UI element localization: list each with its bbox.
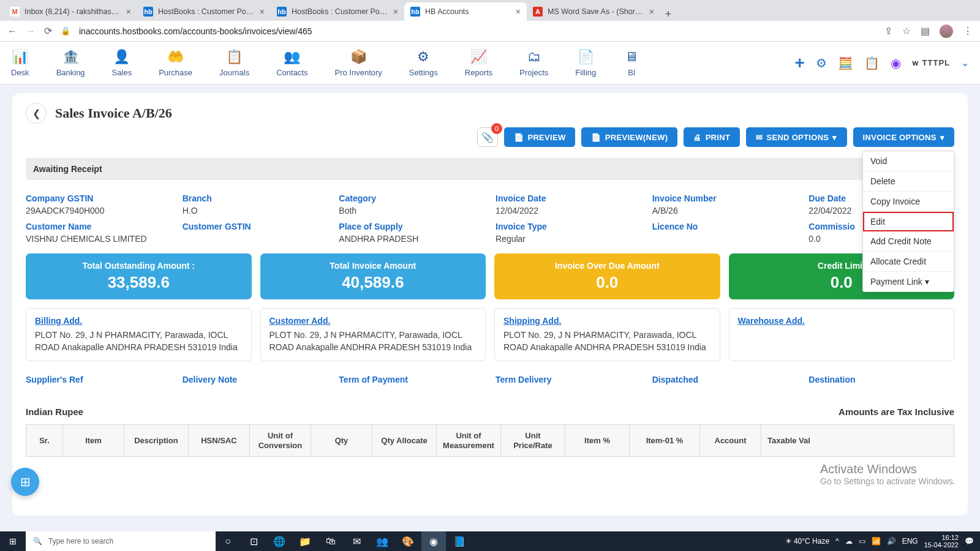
back-button[interactable]: ❮	[26, 103, 47, 124]
tab-close-icon[interactable]: ×	[126, 7, 131, 17]
dropdown-item[interactable]: Payment Link ▾	[863, 272, 954, 291]
column-header[interactable]: Unit Price/Rate	[501, 425, 565, 456]
attachment-button[interactable]: 📎0	[477, 127, 498, 147]
mail-icon[interactable]: ✉	[344, 531, 369, 551]
info-field: BranchH.O	[183, 193, 328, 216]
bookmark-star-icon[interactable]: ☆	[902, 25, 911, 37]
nav-reports[interactable]: 📈Reports	[465, 48, 493, 77]
wifi-icon[interactable]: 📶	[872, 537, 881, 545]
explorer-icon[interactable]: 📁	[293, 531, 317, 551]
send-options-button[interactable]: ✉ SEND OPTIONS ▾	[746, 127, 846, 147]
chrome-icon[interactable]: ◉	[421, 531, 446, 551]
tab-close-icon[interactable]: ×	[260, 7, 265, 17]
browser-tab[interactable]: hbHostBooks : Customer Portal×	[271, 2, 404, 21]
org-chevron-icon[interactable]: ⌄	[961, 57, 969, 69]
nav-pro inventory[interactable]: 📦Pro Inventory	[335, 48, 382, 77]
column-header[interactable]: Description	[124, 425, 189, 456]
page-title: Sales Invoice A/B/26	[55, 105, 172, 121]
attachment-badge: 0	[491, 123, 502, 134]
cortana-icon[interactable]: ○	[216, 531, 240, 551]
column-header[interactable]: Taxable Val	[761, 425, 816, 456]
paint-icon[interactable]: 🎨	[396, 531, 420, 551]
new-tab-button[interactable]: +	[660, 8, 676, 21]
nav-banking[interactable]: 🏦Banking	[56, 48, 85, 77]
nav-back-icon[interactable]: ←	[7, 26, 17, 37]
nav-forward-icon[interactable]: →	[26, 26, 36, 37]
profile-avatar[interactable]	[940, 24, 953, 38]
battery-icon[interactable]: ▭	[859, 537, 865, 545]
nav-reload-icon[interactable]: ⟳	[44, 25, 52, 37]
nav-projects[interactable]: 🗂Projects	[519, 48, 548, 77]
start-button[interactable]: ⊞	[0, 536, 26, 546]
nav-bi[interactable]: 🖥BI	[623, 48, 640, 77]
dropdown-item[interactable]: Copy Invoice	[863, 192, 954, 212]
nav-purchase[interactable]: 🤲Purchase	[159, 48, 192, 77]
org-name[interactable]: ᴡ TTTPL	[912, 58, 950, 67]
teams-icon[interactable]: 👥	[370, 531, 394, 551]
nav-settings[interactable]: ⚙Settings	[409, 48, 438, 77]
weather-widget[interactable]: ☀ 40°C Haze	[785, 537, 830, 545]
store-icon[interactable]: 🛍	[318, 531, 343, 551]
preview-new-button[interactable]: 📄PREVIEW(NEW)	[581, 127, 677, 147]
notes-icon[interactable]: 📋	[864, 56, 880, 70]
dropdown-item[interactable]: Allocate Credit	[863, 252, 954, 272]
gear-icon[interactable]: ⚙	[816, 56, 827, 70]
browser-tab[interactable]: AMS Word Save As - (Shortcut Ser×	[527, 2, 660, 21]
dropdown-item[interactable]: Delete	[863, 171, 954, 192]
nav-journals[interactable]: 📋Journals	[219, 48, 249, 77]
info-field: Licence No	[652, 222, 798, 244]
lock-icon[interactable]: 🔒	[61, 26, 70, 36]
browser-tab[interactable]: hbHostBooks : Customer Portal×	[137, 2, 271, 21]
column-header[interactable]: HSN/SAC	[189, 425, 250, 456]
info-field: Invoice Date12/04/2022	[496, 193, 641, 216]
tab-close-icon[interactable]: ×	[516, 7, 521, 17]
word-icon[interactable]: 📘	[447, 531, 472, 551]
column-header[interactable]: Qty Allocate	[372, 425, 437, 456]
onedrive-icon[interactable]: ☁	[845, 537, 853, 545]
edge-icon[interactable]: 🌐	[267, 531, 292, 551]
dropdown-item[interactable]: Void	[863, 151, 954, 171]
print-button[interactable]: 🖨 PRINT	[684, 127, 740, 147]
action-row: 📎0 📄 PREVIEW 📄PREVIEW(NEW) 🖨 PRINT ✉ SEN…	[26, 127, 954, 147]
add-icon[interactable]: +	[795, 53, 805, 73]
share-icon[interactable]: ⇪	[884, 25, 892, 37]
column-header[interactable]: Sr.	[26, 425, 63, 456]
reading-list-icon[interactable]: ▤	[921, 25, 930, 37]
nav-contacts[interactable]: 👥Contacts	[276, 48, 307, 77]
column-header[interactable]: Item	[63, 425, 124, 456]
calculator-icon[interactable]: 🧮	[838, 56, 853, 70]
tray-chevron-icon[interactable]: ^	[835, 537, 839, 545]
apps-fab[interactable]: ⊞	[11, 468, 39, 496]
new-badge-icon[interactable]: ◉	[891, 56, 901, 70]
column-header[interactable]: Qty	[311, 425, 372, 456]
supplementary-label: Term Delivery	[496, 375, 641, 384]
column-header[interactable]: Unit of Conversion	[250, 425, 311, 456]
supplementary-label: Supplier's Ref	[26, 375, 172, 384]
tab-close-icon[interactable]: ×	[393, 7, 398, 17]
browser-tab[interactable]: MInbox (8,214) - rakshithasu@gma×	[4, 2, 137, 21]
summary-tile: Invoice Over Due Amount0.0	[494, 253, 720, 299]
nav-desk[interactable]: 📊Desk	[11, 48, 29, 77]
dropdown-item[interactable]: Edit	[863, 212, 954, 231]
nav-sales[interactable]: 👤Sales	[112, 48, 132, 77]
dropdown-item[interactable]: Add Credit Note	[863, 231, 954, 252]
address-field[interactable]: inaccounts.hostbooks.com/accounts-books/…	[79, 26, 876, 36]
address-box: Customer Add.PLOT No. 29, J N PHARMACITY…	[260, 308, 486, 361]
chrome-menu-icon[interactable]: ⋮	[963, 25, 973, 37]
notifications-icon[interactable]: 💬	[965, 537, 974, 545]
preview-button[interactable]: 📄 PREVIEW	[504, 127, 575, 147]
volume-icon[interactable]: 🔊	[887, 537, 896, 545]
column-header[interactable]: Account	[700, 425, 761, 456]
column-header[interactable]: Unit of Measurement	[437, 425, 501, 456]
column-header[interactable]: Item-01 %	[630, 425, 700, 456]
taskbar-search[interactable]: 🔍 Type here to search	[26, 531, 216, 551]
language-indicator[interactable]: ENG	[902, 537, 918, 545]
task-view-icon[interactable]: ⊡	[241, 531, 266, 551]
nav-filling[interactable]: 📄Filling	[575, 48, 596, 77]
invoice-options-button[interactable]: INVOICE OPTIONS ▾	[853, 127, 954, 147]
clock[interactable]: 16:1215-04-2022	[924, 534, 959, 549]
supplementary-label: Term of Payment	[339, 375, 484, 384]
browser-tab[interactable]: hbHB Accounts×	[404, 2, 527, 21]
tab-close-icon[interactable]: ×	[649, 7, 654, 17]
column-header[interactable]: Item %	[565, 425, 630, 456]
